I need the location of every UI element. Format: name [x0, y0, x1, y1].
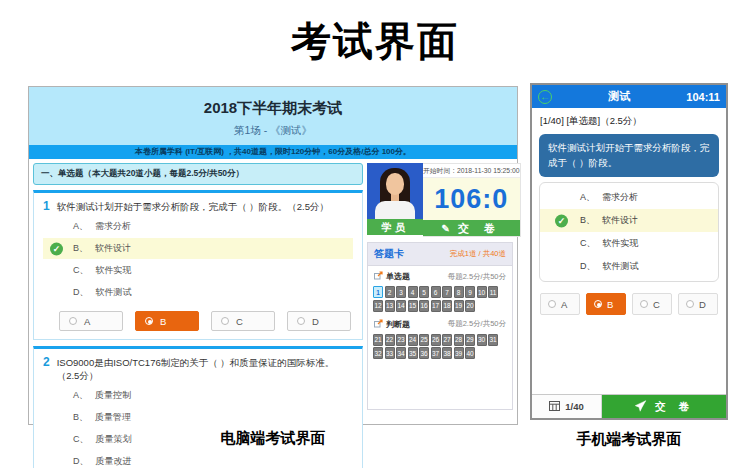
back-icon[interactable]: ← [538, 90, 552, 104]
answer-card-cell[interactable]: 36 [419, 347, 429, 359]
answer-card-cell[interactable]: 5 [419, 286, 429, 298]
answer-card-cell[interactable]: 22 [385, 334, 395, 346]
answer-button-label: A [561, 299, 567, 310]
answer-card-cell[interactable]: 12 [373, 300, 383, 312]
answer-card-cell[interactable]: 35 [408, 347, 418, 359]
answer-card-cell[interactable]: 39 [454, 347, 464, 359]
option-row-a[interactable]: A、需求分析 [540, 186, 718, 209]
answer-button-label: C [653, 299, 660, 310]
exam-header: 2018下半年期末考试 第1场 - 《测试》 [29, 87, 517, 145]
option-row-c[interactable]: C、软件实现 [43, 260, 353, 281]
option-label: B、 [580, 215, 595, 225]
section-header-row: 单选题 每题2.5分/共50分 [368, 266, 512, 284]
answer-button-b-selected[interactable]: B [135, 311, 199, 331]
option-row-b-selected[interactable]: ✓ B、软件设计 [43, 238, 353, 259]
answer-card-grid: 1234567891011121314151617181920 [368, 284, 512, 314]
option-row-a[interactable]: A、需求分析 [43, 216, 353, 237]
answer-button-a[interactable]: A [59, 311, 123, 331]
answer-card-cell[interactable]: 18 [442, 300, 452, 312]
answer-card-cell[interactable]: 38 [442, 347, 452, 359]
option-text: 质量控制 [95, 390, 131, 400]
option-row-c[interactable]: C、软件实现 [540, 232, 718, 255]
answer-card-cell[interactable]: 28 [454, 334, 464, 346]
answer-card-cell[interactable]: 32 [373, 347, 383, 359]
answer-card-cell[interactable]: 7 [442, 286, 452, 298]
radio-icon [640, 300, 648, 308]
option-row-d[interactable]: D、软件测试 [43, 282, 353, 303]
mobile-question-text: 软件测试计划开始于需求分析阶段，完成于（ ）阶段。 [539, 134, 719, 177]
answer-button-b-selected[interactable]: B [586, 293, 626, 315]
answer-card-cell[interactable]: 16 [419, 300, 429, 312]
answer-card-cell[interactable]: 23 [396, 334, 406, 346]
section-score: 每题2.5分/共50分 [448, 319, 506, 329]
option-row-d[interactable]: D、软件测试 [540, 255, 718, 278]
answer-card-cell[interactable]: 17 [431, 300, 441, 312]
answer-card-cell[interactable]: 34 [396, 347, 406, 359]
radio-icon [145, 317, 153, 325]
answer-card-cell[interactable]: 8 [454, 286, 464, 298]
answer-card-grid: 2122232425262728293031323334353637383940 [368, 332, 512, 362]
option-label: A、 [73, 390, 88, 400]
option-row-a[interactable]: A、质量控制 [43, 385, 353, 406]
answer-card-cell[interactable]: 6 [431, 286, 441, 298]
answer-button-c[interactable]: C [632, 293, 672, 315]
answer-card-toggle[interactable]: 1/40 [532, 395, 602, 418]
radio-icon [69, 317, 77, 325]
option-label: A、 [580, 192, 595, 202]
answer-card-cell[interactable]: 3 [396, 286, 406, 298]
submit-button[interactable]: ✎交 卷 [423, 220, 520, 236]
exam-title: 2018下半年期末考试 [29, 99, 517, 118]
question-text: ISO9000是由ISO/TC176制定的关于（ ）和质量保证的国际标准。（2.… [57, 355, 353, 382]
answer-button-label: B [607, 299, 613, 310]
pencil-icon: ✎ [442, 223, 450, 234]
section-header-row: 判断题 每题2.5分/共50分 [368, 314, 512, 332]
answer-card-cell[interactable]: 4 [408, 286, 418, 298]
answer-card-cell[interactable]: 29 [465, 334, 475, 346]
answer-card-cell[interactable]: 13 [385, 300, 395, 312]
answer-card-cell[interactable]: 14 [396, 300, 406, 312]
answer-card-section-judge: 判断题 每题2.5分/共50分 212223242526272829303132… [368, 314, 512, 362]
answer-card-cell[interactable]: 30 [477, 334, 487, 346]
mobile-options-box: A、需求分析 ✓ B、软件设计 C、软件实现 D、软件测试 [539, 182, 719, 282]
answer-button-a[interactable]: A [540, 293, 580, 315]
answer-card-cell[interactable]: 21 [373, 334, 383, 346]
section-score: 每题2.5分/共50分 [448, 272, 506, 282]
answer-card-cell[interactable]: 25 [419, 334, 429, 346]
submit-label: 交 卷 [655, 400, 694, 414]
option-row-b[interactable]: B、质量管理 [43, 407, 353, 428]
answer-card-cell[interactable]: 10 [477, 286, 487, 298]
answer-card-cell[interactable]: 26 [431, 334, 441, 346]
answer-button-d[interactable]: D [678, 293, 718, 315]
answer-card-cell[interactable]: 19 [454, 300, 464, 312]
option-text: 质量管理 [95, 412, 131, 422]
answer-button-d[interactable]: D [287, 311, 351, 331]
answer-card-cell[interactable]: 20 [465, 300, 475, 312]
option-row-b-selected[interactable]: ✓ B、软件设计 [540, 209, 718, 232]
answer-card-cell[interactable]: 31 [488, 334, 498, 346]
student-photo-block: 学员 [367, 163, 423, 237]
sidebar-top: 学员 开始时间：2018-11-30 15:25:00 106:0 ✎交 卷 [367, 163, 513, 237]
mobile-exam-panel: ← 测试 104:11 [1/40] [单选题]（2.5分） 软件测试计划开始于… [530, 83, 728, 420]
answer-card-cell[interactable]: 9 [465, 286, 475, 298]
answer-card-cell[interactable]: 1 [373, 286, 383, 298]
answer-card-cell[interactable]: 37 [431, 347, 441, 359]
question-card-2: 2 ISO9000是由ISO/TC176制定的关于（ ）和质量保证的国际标准。（… [33, 346, 363, 468]
answer-card-cell[interactable]: 27 [442, 334, 452, 346]
answer-card-cell[interactable]: 11 [488, 286, 498, 298]
answer-card-cell[interactable]: 40 [465, 347, 475, 359]
timer-block: 开始时间：2018-11-30 15:25:00 106:0 ✎交 卷 [423, 163, 521, 237]
option-text: 需求分析 [95, 221, 131, 231]
question-number: 1 [43, 199, 50, 213]
submit-button[interactable]: 交 卷 [602, 395, 726, 418]
question-type-icon [374, 319, 383, 330]
answer-button-c[interactable]: C [211, 311, 275, 331]
start-time: 开始时间：2018-11-30 15:25:00 [423, 164, 520, 178]
answer-card-cell[interactable]: 33 [385, 347, 395, 359]
radio-icon [221, 317, 229, 325]
answer-card-cell[interactable]: 24 [408, 334, 418, 346]
answer-button-label: C [236, 316, 243, 327]
photo-face [386, 173, 404, 195]
option-row-d[interactable]: D、质量改进 [43, 451, 353, 468]
answer-card-cell[interactable]: 2 [385, 286, 395, 298]
answer-card-cell[interactable]: 15 [408, 300, 418, 312]
